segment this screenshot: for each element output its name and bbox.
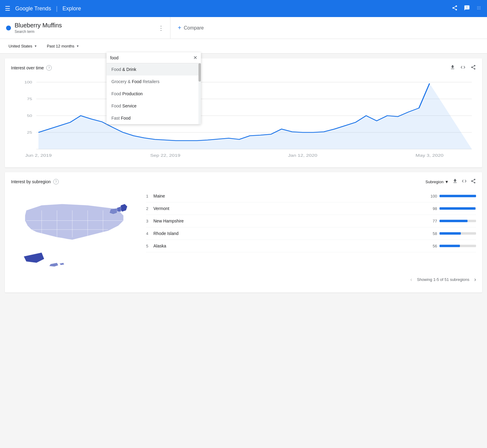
rank-value: 98 [425, 206, 437, 211]
category-item-label: Food Service [111, 103, 137, 108]
embed-icon[interactable] [460, 65, 466, 71]
panel-actions [450, 65, 476, 71]
subregion-select[interactable]: Subregion ▼ [426, 180, 449, 184]
svg-text:Jan 12, 2020: Jan 12, 2020 [288, 153, 317, 157]
ranking-item: 5 Alaska 56 [146, 240, 476, 252]
brand-name: Google Trends [15, 5, 51, 12]
compare-label: Compare [184, 25, 204, 31]
prev-page-button[interactable]: ‹ [410, 276, 412, 283]
rank-name: Vermont [153, 206, 425, 211]
rank-bar [440, 195, 476, 197]
region-arrow-icon: ▼ [34, 44, 37, 48]
subregion-help-icon[interactable]: ? [53, 179, 59, 184]
chart-svg: 100 75 50 25 Jun 2, 2019 Sep 22, 2019 Ja… [11, 76, 476, 161]
rank-bar [440, 220, 468, 222]
search-term-info: Blueberry Muffins Search term [15, 22, 154, 34]
category-item-food-drink[interactable]: Food & Drink [107, 63, 201, 75]
region-filter[interactable]: United States ▼ [5, 41, 41, 51]
category-item-grocery[interactable]: Grocery & Food Retailers [107, 75, 201, 88]
menu-icon[interactable]: ☰ [5, 5, 10, 12]
time-filter[interactable]: Past 12 months ▼ [43, 41, 83, 51]
category-item-fast-food[interactable]: Fast Food [107, 112, 201, 124]
next-page-button[interactable]: › [474, 276, 476, 283]
panel-title: Interest over time ? [11, 65, 52, 71]
search-dot [6, 26, 11, 30]
scrollbar-thumb [198, 63, 201, 82]
subregion-share-icon[interactable] [471, 178, 476, 185]
search-term-label: Search term [15, 30, 154, 34]
time-arrow-icon: ▼ [76, 44, 79, 48]
share-icon[interactable] [452, 5, 458, 12]
category-item-label: Food Production [111, 91, 143, 96]
category-input-row: ✕ [107, 52, 201, 63]
search-term-box: Blueberry Muffins Search term ⋮ [0, 17, 170, 39]
rank-bar-container [440, 220, 476, 222]
search-section: Blueberry Muffins Search term ⋮ + Compar… [0, 17, 487, 39]
category-item-food-service[interactable]: Food Service [107, 100, 201, 112]
search-term-menu-icon[interactable]: ⋮ [158, 24, 164, 32]
filter-bar: United States ▼ Past 12 months ▼ ✕ Food … [0, 39, 487, 54]
pagination: ‹ Showing 1-5 of 51 subregions › [11, 273, 476, 286]
svg-text:50: 50 [27, 114, 32, 117]
rank-bar [440, 207, 475, 210]
svg-text:100: 100 [24, 80, 32, 84]
category-dropdown: ✕ Food & Drink Grocery & Food Retailers … [107, 52, 201, 124]
share-panel-icon[interactable] [471, 65, 476, 71]
rank-number: 1 [146, 194, 153, 198]
header-left: ☰ Google Trends | Explore [5, 5, 81, 12]
rank-bar-container [440, 245, 476, 247]
help-icon[interactable]: ? [46, 65, 52, 71]
rank-value: 77 [425, 219, 437, 223]
rank-value: 58 [425, 231, 437, 236]
header-right [452, 5, 482, 12]
app-header: ☰ Google Trends | Explore [0, 0, 487, 17]
apps-icon[interactable] [476, 5, 482, 12]
subregion-arrow-icon: ▼ [445, 180, 449, 184]
brand-divider: | [56, 5, 58, 12]
rank-bar-container [440, 207, 476, 210]
category-input[interactable] [110, 55, 193, 60]
rank-name: Rhode Island [153, 231, 425, 236]
rank-value: 100 [425, 194, 437, 198]
subregion-download-icon[interactable] [452, 178, 458, 185]
scrollbar-track [198, 63, 201, 124]
subregion-panel-header: Interest by subregion ? Subregion ▼ [11, 178, 476, 185]
svg-text:May 3, 2020: May 3, 2020 [415, 153, 443, 157]
pagination-text: Showing 1-5 of 51 subregions [417, 277, 469, 282]
content-area: Interest over time ? [0, 54, 487, 302]
svg-text:25: 25 [27, 131, 32, 134]
map-container [11, 190, 139, 273]
rank-number: 4 [146, 231, 153, 236]
us-map-svg [11, 190, 139, 272]
rank-name: Alaska [153, 243, 425, 248]
rank-number: 2 [146, 206, 153, 211]
category-item-label: Grocery & Food Retailers [111, 79, 159, 84]
subregion-panel-title: Interest by subregion ? [11, 179, 59, 184]
chart-container: 100 75 50 25 Jun 2, 2019 Sep 22, 2019 Ja… [11, 76, 476, 161]
svg-text:Jun 2, 2019: Jun 2, 2019 [25, 153, 52, 157]
rank-name: Maine [153, 194, 425, 198]
download-icon[interactable] [450, 65, 455, 71]
subregion-select-label: Subregion [426, 180, 443, 184]
svg-text:75: 75 [27, 97, 32, 101]
interest-by-subregion-panel: Interest by subregion ? Subregion ▼ [5, 172, 482, 292]
ranking-item: 3 New Hampshire 77 [146, 215, 476, 227]
rankings: 1 Maine 100 2 Vermont 98 3 [146, 190, 476, 252]
panel-title-text: Interest over time [11, 65, 44, 70]
category-list: Food & Drink Grocery & Food Retailers Fo… [107, 63, 201, 124]
brand: Google Trends | Explore [15, 5, 81, 12]
rank-bar [440, 232, 461, 235]
rank-number: 3 [146, 219, 153, 223]
category-item-label: Food & Drink [111, 67, 136, 72]
compare-plus-icon: + [178, 24, 181, 31]
rank-bar-container [440, 232, 476, 235]
category-clear-icon[interactable]: ✕ [193, 55, 197, 61]
category-item-food-production[interactable]: Food Production [107, 88, 201, 100]
compare-box[interactable]: + Compare [170, 17, 487, 39]
feedback-icon[interactable] [464, 5, 470, 12]
interest-over-time-panel: Interest over time ? [5, 58, 482, 167]
subregion-embed-icon[interactable] [461, 178, 467, 185]
rank-number: 5 [146, 244, 153, 248]
rank-bar-container [440, 195, 476, 197]
subregion-content: 1 Maine 100 2 Vermont 98 3 [11, 190, 476, 273]
